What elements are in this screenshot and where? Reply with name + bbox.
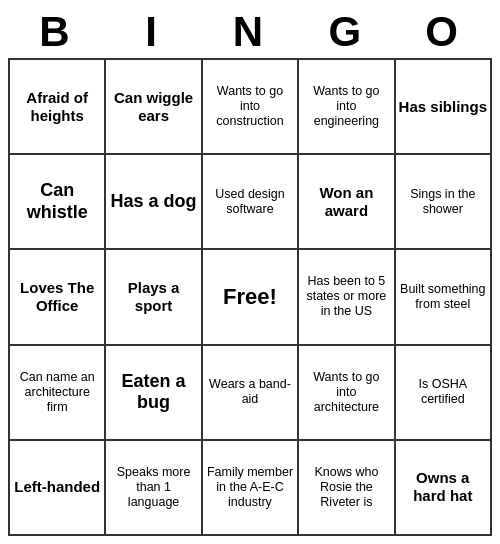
bingo-cell-11[interactable]: Plays a sport — [106, 250, 202, 345]
title-b: B — [8, 8, 105, 56]
bingo-cell-19[interactable]: Is OSHA certified — [396, 346, 492, 441]
bingo-cell-2[interactable]: Wants to go into construction — [203, 60, 299, 155]
bingo-cell-24[interactable]: Owns a hard hat — [396, 441, 492, 536]
bingo-cell-1[interactable]: Can wiggle ears — [106, 60, 202, 155]
bingo-cell-8[interactable]: Won an award — [299, 155, 395, 250]
bingo-cell-4[interactable]: Has siblings — [396, 60, 492, 155]
bingo-cell-10[interactable]: Loves The Office — [10, 250, 106, 345]
bingo-grid: Afraid of heightsCan wiggle earsWants to… — [8, 58, 492, 536]
bingo-cell-5[interactable]: Can whistle — [10, 155, 106, 250]
bingo-cell-18[interactable]: Wants to go into architecture — [299, 346, 395, 441]
bingo-cell-13[interactable]: Has been to 5 states or more in the US — [299, 250, 395, 345]
title-g: G — [298, 8, 395, 56]
bingo-cell-9[interactable]: Sings in the shower — [396, 155, 492, 250]
bingo-title: B I N G O — [8, 8, 492, 56]
bingo-cell-22[interactable]: Family member in the A-E-C industry — [203, 441, 299, 536]
bingo-cell-0[interactable]: Afraid of heights — [10, 60, 106, 155]
bingo-cell-7[interactable]: Used design software — [203, 155, 299, 250]
bingo-cell-6[interactable]: Has a dog — [106, 155, 202, 250]
title-o: O — [395, 8, 492, 56]
bingo-cell-17[interactable]: Wears a band-aid — [203, 346, 299, 441]
bingo-cell-14[interactable]: Built something from steel — [396, 250, 492, 345]
bingo-cell-20[interactable]: Left-handed — [10, 441, 106, 536]
title-i: I — [105, 8, 202, 56]
bingo-cell-21[interactable]: Speaks more than 1 language — [106, 441, 202, 536]
title-n: N — [202, 8, 299, 56]
bingo-cell-12[interactable]: Free! — [203, 250, 299, 345]
bingo-cell-15[interactable]: Can name an architecture firm — [10, 346, 106, 441]
bingo-cell-3[interactable]: Wants to go into engineering — [299, 60, 395, 155]
bingo-cell-23[interactable]: Knows who Rosie the Riveter is — [299, 441, 395, 536]
bingo-cell-16[interactable]: Eaten a bug — [106, 346, 202, 441]
